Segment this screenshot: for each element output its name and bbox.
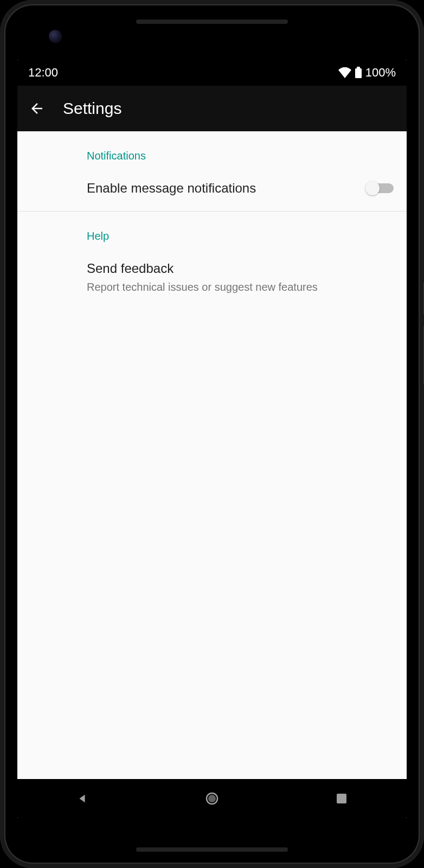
page-title: Settings (63, 99, 121, 118)
section-notifications: Notifications Enable message notificatio… (17, 131, 407, 211)
screen: 12:00 100% Settings Notifications (17, 60, 407, 818)
send-feedback-title: Send feedback (87, 260, 394, 277)
status-bar: 12:00 100% (17, 60, 407, 86)
app-bar: Settings (17, 86, 407, 131)
square-recents-icon (336, 793, 347, 804)
settings-content: Notifications Enable message notificatio… (17, 131, 407, 308)
navigation-bar (17, 779, 407, 818)
wifi-icon (338, 67, 351, 78)
speaker-bottom (136, 847, 288, 852)
row-send-feedback[interactable]: Send feedback Report technical issues or… (87, 250, 394, 308)
back-button[interactable] (26, 98, 48, 119)
circle-home-icon (205, 792, 219, 806)
send-feedback-subtitle: Report technical issues or suggest new f… (87, 280, 394, 294)
svg-rect-0 (355, 68, 362, 78)
section-header-notifications: Notifications (87, 131, 394, 170)
enable-notifications-label: Enable message notifications (87, 180, 365, 197)
row-enable-notifications[interactable]: Enable message notifications (87, 170, 394, 211)
arrow-left-icon (29, 100, 45, 117)
triangle-back-icon (76, 793, 88, 805)
enable-notifications-switch[interactable] (365, 180, 394, 196)
svg-rect-1 (357, 67, 360, 68)
front-camera (49, 30, 62, 43)
svg-point-3 (208, 795, 216, 802)
battery-percent: 100% (365, 66, 396, 80)
status-time: 12:00 (28, 66, 58, 80)
switch-thumb (365, 181, 380, 195)
nav-home-button[interactable] (190, 786, 234, 812)
speaker-top (136, 20, 288, 24)
phone-frame: 12:00 100% Settings Notifications (0, 0, 424, 868)
section-help: Help Send feedback Report technical issu… (17, 212, 407, 308)
nav-recents-button[interactable] (320, 786, 363, 812)
status-icons: 100% (338, 66, 396, 80)
nav-back-button[interactable] (61, 786, 104, 812)
section-header-help: Help (87, 212, 394, 250)
battery-icon (355, 67, 362, 79)
svg-rect-4 (337, 794, 346, 803)
